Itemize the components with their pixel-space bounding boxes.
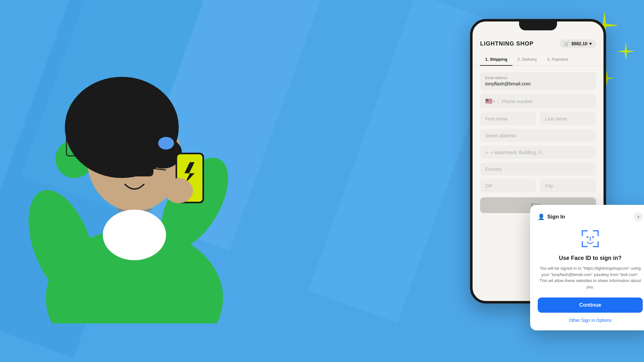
divider: [498, 98, 498, 104]
apt-field[interactable]: + + Apartment, Building, F...: [480, 146, 596, 159]
dialog-title-row: 👤 Sign In: [538, 213, 565, 220]
close-icon: ×: [637, 214, 640, 219]
zip-field[interactable]: ZIP: [480, 179, 536, 192]
svg-point-21: [164, 178, 193, 203]
country-field[interactable]: Country: [480, 163, 596, 175]
email-label: Email address: [485, 76, 591, 80]
face-id-icon: [579, 228, 601, 250]
signin-continue-button[interactable]: Continue: [538, 298, 643, 313]
svg-rect-13: [133, 162, 153, 176]
country-placeholder: Country: [485, 166, 591, 172]
apt-placeholder: + Apartment, Building, F...: [491, 150, 545, 155]
street-address-field[interactable]: Street address: [480, 129, 596, 142]
city-placeholder: City: [545, 183, 591, 188]
flag-icon: 🇺🇸: [485, 98, 492, 105]
shop-header: LIGHTNING SHOP 🛒 $582.10 ▾: [473, 34, 604, 53]
plus-icon: +: [485, 150, 488, 155]
phone-field[interactable]: 🇺🇸 ▾ Phone number: [480, 94, 596, 108]
shop-title: LIGHTNING SHOP: [480, 40, 534, 47]
phone-notch: [519, 21, 557, 30]
tab-payment[interactable]: 3. Payment: [542, 53, 573, 65]
dialog-title: Sign In: [547, 214, 565, 220]
dialog-header: 👤 Sign In ×: [538, 212, 643, 221]
country-code-selector[interactable]: 🇺🇸 ▾: [485, 98, 495, 105]
phone-placeholder: Phone number: [502, 99, 533, 104]
zip-placeholder: ZIP: [485, 183, 531, 188]
svg-point-26: [592, 236, 594, 238]
checkout-tabs: 1. Shipping 2. Delivery 3. Payment: [473, 53, 604, 66]
street-placeholder: Street address: [485, 133, 591, 138]
first-name-field[interactable]: First name: [480, 112, 536, 125]
cart-chevron-icon: ▾: [589, 41, 591, 46]
signin-dialog: 👤 Sign In × Use Face ID to sign in? You …: [530, 205, 644, 330]
last-name-field[interactable]: Last name: [540, 112, 596, 125]
dialog-heading: Use Face ID to sign in?: [538, 255, 643, 261]
svg-point-17: [103, 210, 166, 260]
close-button[interactable]: ×: [634, 212, 643, 221]
email-field[interactable]: Email address tonyflash@bmail.com: [480, 72, 596, 90]
other-signin-options[interactable]: Other Sign In Options: [538, 318, 643, 323]
first-name-placeholder: First name: [485, 116, 531, 121]
cart-icon: 🛒: [564, 41, 569, 46]
person-icon: 👤: [538, 213, 545, 220]
svg-rect-12: [109, 162, 130, 176]
email-value: tonyflash@bmail.com: [485, 81, 591, 86]
chevron-down-icon: ▾: [493, 100, 495, 103]
tab-shipping[interactable]: 1. Shipping: [480, 53, 512, 65]
svg-marker-23: [616, 42, 635, 61]
cart-amount: $582.10: [571, 41, 587, 46]
city-field[interactable]: City: [540, 179, 596, 192]
cart-button[interactable]: 🛒 $582.10 ▾: [560, 39, 596, 48]
zip-city-row: ZIP City: [480, 179, 596, 192]
svg-point-11: [158, 137, 174, 150]
shipping-form: Email address tonyflash@bmail.com 🇺🇸 ▾ P…: [473, 66, 604, 219]
dialog-description: You will be signed in to "https://lightn…: [538, 265, 643, 290]
svg-point-25: [586, 236, 588, 238]
name-row: First name Last name: [480, 112, 596, 125]
tab-delivery[interactable]: 2. Delivery: [512, 53, 542, 65]
character-illustration: [0, 0, 269, 362]
last-name-placeholder: Last name: [545, 116, 591, 121]
